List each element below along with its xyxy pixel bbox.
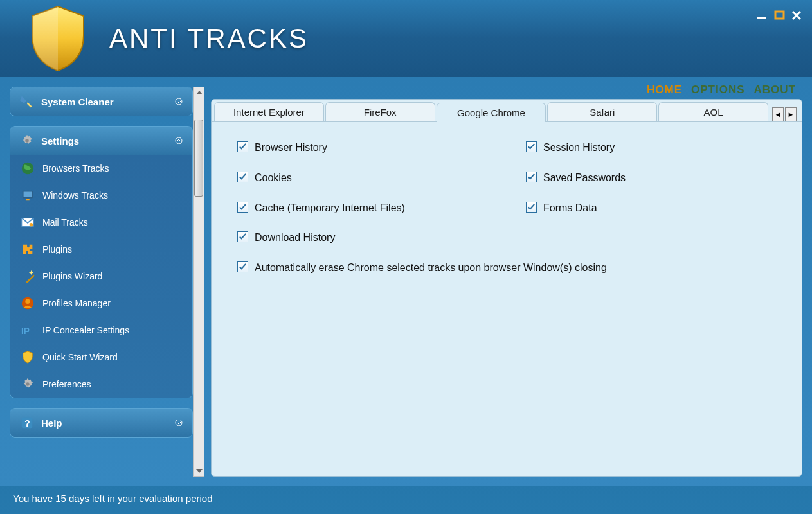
tab-scroll-left[interactable]: ◄ bbox=[772, 107, 784, 121]
nav-item-windows-tracks[interactable]: Windows Tracks bbox=[10, 182, 192, 209]
header: ANTI TRACKS bbox=[0, 0, 812, 77]
panel-body-settings: Browsers TracksWindows TracksMail Tracks… bbox=[10, 155, 192, 398]
top-link-about[interactable]: ABOUT bbox=[754, 84, 796, 96]
svg-text:IP: IP bbox=[21, 326, 30, 336]
top-link-home[interactable]: HOME bbox=[647, 84, 682, 96]
broom-icon bbox=[19, 94, 35, 109]
svg-rect-12 bbox=[26, 274, 35, 283]
check-label: Forms Data bbox=[543, 202, 597, 215]
tab-safari[interactable]: Safari bbox=[547, 102, 657, 121]
content-panel: Internet ExplorerFireFoxGoogle ChromeSaf… bbox=[211, 99, 802, 477]
checkbox[interactable] bbox=[237, 172, 248, 182]
scrollbar-thumb[interactable] bbox=[194, 120, 203, 197]
svg-point-5 bbox=[176, 137, 182, 144]
svg-rect-9 bbox=[26, 199, 30, 201]
panel-settings: SettingsBrowsers TracksWindows TracksMai… bbox=[10, 126, 193, 398]
chevron-up-icon bbox=[174, 136, 183, 146]
ip-icon: IP bbox=[19, 322, 36, 339]
svg-point-11 bbox=[30, 223, 33, 227]
maximize-button[interactable] bbox=[774, 10, 786, 23]
check-item-forms-data: Forms Data bbox=[526, 202, 776, 215]
nav-item-label: Profiles Manager bbox=[42, 298, 111, 308]
panel-help: ?Help bbox=[10, 408, 193, 438]
chevron-down-icon bbox=[174, 418, 183, 428]
top-link-options[interactable]: OPTIONS bbox=[691, 84, 745, 96]
check-label: Automatically erase Chrome selected trac… bbox=[255, 261, 607, 275]
nav-item-label: Windows Tracks bbox=[42, 190, 108, 200]
checkbox[interactable] bbox=[237, 141, 248, 152]
window-controls bbox=[756, 10, 802, 24]
check-label: Download History bbox=[255, 231, 335, 245]
panel-title: Help bbox=[41, 418, 62, 429]
monitor-icon bbox=[19, 187, 36, 204]
gear-icon bbox=[19, 133, 35, 148]
close-button[interactable] bbox=[791, 10, 802, 24]
envelope-icon bbox=[19, 214, 36, 231]
nav-item-label: Quick Start Wizard bbox=[42, 352, 118, 362]
check-label: Session History bbox=[543, 141, 615, 155]
status-bar: You have 15 days left in your evaluation… bbox=[0, 486, 812, 514]
profile-icon bbox=[19, 295, 36, 312]
gear-icon bbox=[19, 376, 36, 393]
panel-system-cleaner: System Cleaner bbox=[10, 87, 193, 116]
minimize-button[interactable] bbox=[756, 11, 769, 22]
checkbox[interactable] bbox=[526, 172, 537, 182]
nav-item-mail-tracks[interactable]: Mail Tracks bbox=[10, 209, 192, 236]
svg-point-2 bbox=[176, 98, 182, 105]
app-title: ANTI TRACKS bbox=[109, 23, 309, 54]
nav-item-label: Plugins Wizard bbox=[42, 271, 102, 281]
svg-rect-0 bbox=[757, 17, 766, 19]
sidebar: System CleanerSettingsBrowsers TracksWin… bbox=[0, 77, 193, 486]
check-item-auto-erase: Automatically erase Chrome selected trac… bbox=[237, 261, 776, 275]
help-icon: ? bbox=[19, 415, 35, 430]
check-label: Saved Passwords bbox=[543, 172, 626, 185]
panel-header-help[interactable]: ?Help bbox=[10, 409, 192, 437]
checks-area: Browser HistorySession HistoryCookiesSav… bbox=[212, 122, 802, 476]
app-window: ANTI TRACKS System CleanerSettingsBrowse… bbox=[0, 0, 812, 514]
tab-firefox[interactable]: FireFox bbox=[325, 102, 435, 121]
globe-icon bbox=[19, 160, 36, 177]
panel-header-settings[interactable]: Settings bbox=[10, 127, 192, 155]
nav-item-preferences[interactable]: Preferences bbox=[10, 371, 192, 398]
svg-rect-8 bbox=[24, 192, 32, 197]
top-links: HOMEOPTIONSABOUT bbox=[211, 84, 802, 99]
nav-item-quick-start-wizard[interactable]: Quick Start Wizard bbox=[10, 344, 192, 371]
panel-title: System Cleaner bbox=[41, 96, 114, 107]
check-label: Cache (Temporary Internet Files) bbox=[255, 202, 405, 215]
svg-point-20 bbox=[176, 420, 182, 426]
tab-google-chrome[interactable]: Google Chrome bbox=[437, 103, 546, 122]
nav-item-ip-concealer-settings[interactable]: IPIP Concealer Settings bbox=[10, 317, 192, 344]
checkbox[interactable] bbox=[237, 261, 248, 272]
tab-aol[interactable]: AOL bbox=[658, 102, 768, 121]
check-item-session-history: Session History bbox=[526, 141, 776, 155]
sidebar-scrollbar[interactable] bbox=[193, 87, 204, 477]
wand-icon bbox=[19, 268, 36, 285]
svg-point-17 bbox=[26, 382, 30, 386]
chevron-down-icon bbox=[174, 97, 183, 107]
check-item-browser-history: Browser History bbox=[237, 141, 487, 155]
nav-item-plugins-wizard[interactable]: Plugins Wizard bbox=[10, 263, 192, 290]
panel-header-system-cleaner[interactable]: System Cleaner bbox=[10, 87, 192, 116]
check-item-download-history: Download History bbox=[237, 231, 487, 245]
tab-scroll-right[interactable]: ► bbox=[785, 107, 797, 121]
nav-item-label: Mail Tracks bbox=[42, 217, 88, 227]
nav-item-profiles-manager[interactable]: Profiles Manager bbox=[10, 290, 192, 317]
svg-rect-1 bbox=[775, 12, 784, 19]
checkbox[interactable] bbox=[526, 141, 537, 152]
nav-item-browsers-tracks[interactable]: Browsers Tracks bbox=[10, 155, 192, 182]
tab-internet-explorer[interactable]: Internet Explorer bbox=[214, 102, 324, 121]
check-item-cookies: Cookies bbox=[237, 172, 487, 185]
tab-scroll-controls: ◄► bbox=[770, 107, 799, 121]
check-label: Browser History bbox=[255, 141, 327, 155]
svg-text:?: ? bbox=[24, 419, 30, 429]
shield-logo-icon bbox=[26, 3, 90, 74]
check-label: Cookies bbox=[255, 172, 292, 185]
svg-point-4 bbox=[25, 139, 29, 143]
nav-item-plugins[interactable]: Plugins bbox=[10, 236, 192, 263]
shield-small-icon bbox=[19, 349, 36, 366]
checkbox[interactable] bbox=[237, 202, 248, 213]
checkbox[interactable] bbox=[526, 202, 537, 213]
nav-item-label: Preferences bbox=[42, 379, 91, 389]
checkbox[interactable] bbox=[237, 231, 248, 242]
check-item-cache-temporary-internet-files-: Cache (Temporary Internet Files) bbox=[237, 202, 487, 215]
